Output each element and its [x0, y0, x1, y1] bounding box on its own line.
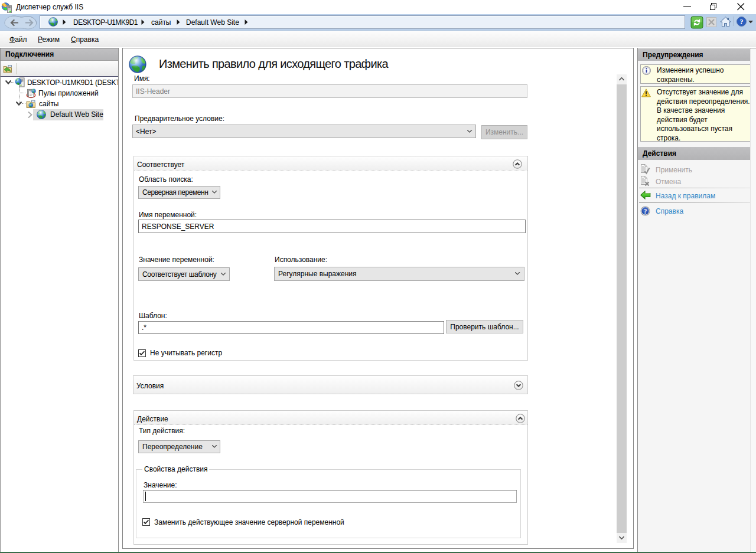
svg-text:?: ? — [644, 208, 647, 215]
svg-text:?: ? — [740, 18, 744, 26]
